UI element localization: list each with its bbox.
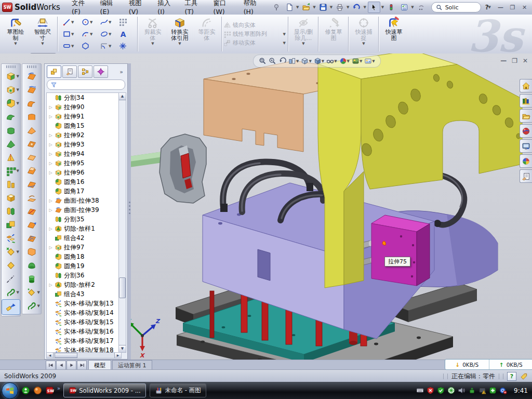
tree-item[interactable]: ▷拉伸96	[47, 168, 121, 177]
tray-antivirus-shield[interactable]	[437, 387, 445, 394]
expander-icon[interactable]: ▷	[48, 105, 53, 110]
tree-item[interactable]: 分割35	[47, 215, 121, 224]
cmd-mirror-entities[interactable]: 镜向实体	[223, 21, 287, 29]
taskpane-appearances[interactable]	[520, 154, 532, 168]
scroll-down-button[interactable]: ▼	[119, 345, 126, 352]
heads-up-view-toolbar[interactable]: ▼▼▼▼▼▼▼	[253, 55, 381, 68]
tree-item[interactable]: 圆角15	[47, 121, 121, 130]
tree-item[interactable]: 分割34	[47, 93, 121, 102]
tree-item[interactable]: 圆角17	[47, 187, 121, 196]
feat-curves[interactable]: ▼	[2, 286, 20, 299]
surf-lofted-surface[interactable]	[23, 110, 41, 124]
surf-ruled-surface[interactable]	[23, 178, 41, 191]
cmd-trim-entities[interactable]: 剪裁实体▼	[139, 15, 166, 54]
scroll-left-button[interactable]: ◀	[47, 353, 54, 358]
tree-item[interactable]: 分割36	[47, 271, 121, 280]
hud-section-view[interactable]: ▼	[288, 57, 299, 65]
cmd-display-delete[interactable]: 显示/删除几...▼	[290, 15, 317, 54]
tree-item[interactable]: ▷曲面-拉伸38	[47, 196, 121, 205]
options-list-button[interactable]	[398, 2, 410, 12]
options-list-dropdown-icon[interactable]: ▼	[411, 5, 414, 9]
hud-hide-show-items[interactable]: ▼	[326, 57, 337, 65]
feat-swept-boss[interactable]	[2, 110, 20, 124]
surf-extruded-surface[interactable]	[23, 70, 41, 83]
expander-icon[interactable]: ▷	[48, 227, 53, 231]
tool-line[interactable]: ▼	[60, 16, 79, 28]
feat-fillet[interactable]: ▼	[2, 97, 20, 110]
tree-item[interactable]: ▷切除-放样1	[47, 224, 121, 233]
tray-usb-device[interactable]	[468, 387, 476, 394]
feat-reference-axis[interactable]	[2, 272, 20, 286]
tree-item[interactable]: 实体-移动/复制15	[47, 317, 121, 327]
panel-tab-propertymanager[interactable]	[62, 65, 77, 78]
tree-filter-input[interactable]	[47, 79, 125, 90]
quick-launch-overflow[interactable]: »	[57, 385, 60, 391]
tree-item[interactable]: ▷切除-放样2	[47, 280, 121, 289]
performance-button[interactable]	[385, 2, 397, 12]
tree-item[interactable]: ▷拉伸94	[47, 149, 121, 158]
surf-revolved-surface[interactable]	[23, 83, 41, 97]
taskpane-design-library[interactable]	[520, 94, 532, 108]
surf-thicken[interactable]	[23, 259, 41, 272]
tree-vertical-scrollbar[interactable]: ▲ ▼	[118, 92, 126, 353]
print-button[interactable]	[334, 2, 345, 12]
panel-tab-configurationmanager[interactable]	[78, 65, 92, 78]
tree-item[interactable]: ▷拉伸90	[47, 102, 121, 112]
panel-splitter[interactable]	[128, 63, 131, 360]
select-pointer-dropdown-icon[interactable]: ▼	[381, 5, 384, 9]
doc-minimize-button[interactable]: —	[500, 57, 507, 64]
convert-entities-dropdown-icon[interactable]: ▼	[178, 42, 181, 46]
hud-apply-scene[interactable]: ▼	[352, 57, 362, 65]
nav-last-button[interactable]	[77, 361, 87, 370]
tree-item[interactable]: ▷拉伸95	[47, 158, 121, 168]
feat-shell[interactable]	[2, 191, 20, 205]
expander-icon[interactable]: ▷	[48, 208, 53, 212]
expander-icon[interactable]: ▷	[48, 170, 53, 175]
start-button[interactable]	[2, 382, 18, 399]
tray-security-alert[interactable]	[427, 387, 434, 394]
tree-item[interactable]: 实体-移动/复制13	[47, 299, 121, 308]
tool-arc[interactable]: ▼	[79, 28, 98, 40]
tray-display-warning[interactable]: !	[478, 387, 486, 394]
taskpane-view-palette[interactable]	[520, 139, 532, 153]
hud-display-style[interactable]: ▼	[314, 57, 324, 65]
save-dropdown-icon[interactable]: ▼	[330, 5, 332, 9]
hud-view-settings[interactable]: ▼	[364, 57, 375, 65]
new-file-dropdown-icon[interactable]: ▼	[296, 5, 299, 9]
more-dots-button[interactable]	[416, 2, 427, 12]
print-dropdown-icon[interactable]: ▼	[347, 5, 349, 9]
tree-item[interactable]: 实体-移动/复制14	[47, 308, 121, 317]
feat-delete-body[interactable]	[2, 259, 20, 272]
feat-extruded-cut[interactable]: ▼	[2, 83, 20, 97]
tag-icon[interactable]	[520, 373, 528, 380]
tool-ellipse[interactable]: ▼	[98, 28, 116, 40]
tool-text[interactable]: A	[116, 28, 135, 40]
help-dropdown-icon[interactable]: ▼	[488, 5, 491, 9]
scroll-up-button[interactable]: ▲	[119, 93, 126, 100]
expander-icon[interactable]: ▷	[48, 245, 53, 250]
tray-health-plus[interactable]	[489, 387, 497, 394]
surf-offset-surface[interactable]	[23, 164, 41, 178]
nav-first-button[interactable]	[46, 361, 56, 370]
quicklaunch-messenger[interactable]	[21, 386, 30, 395]
tree-horizontal-scrollbar[interactable]: ◀ ▶	[46, 352, 122, 358]
expander-icon[interactable]: ▷	[48, 133, 53, 138]
tree-item[interactable]: 圆角18	[47, 252, 121, 261]
cmd-smart-dimension[interactable]: 智能尺寸▼	[29, 15, 56, 54]
scroll-right-button[interactable]: ▶	[114, 353, 121, 358]
expander-icon[interactable]: ▷	[48, 161, 53, 166]
surf-surface-curves[interactable]: ▼	[23, 299, 41, 313]
expander-icon[interactable]: ▷	[48, 152, 53, 156]
taskpane-home[interactable]	[520, 79, 532, 92]
cmd-quick-snap[interactable]: 快速捕捉▼	[350, 15, 377, 54]
quick-tips-button[interactable]: ?	[507, 372, 516, 381]
tree-item[interactable]: 实体-移动/复制16	[47, 327, 121, 336]
tool-point[interactable]	[116, 40, 135, 52]
cmd-sketch[interactable]: 草图绘制▼	[2, 15, 29, 54]
smart-dimension-dropdown-icon[interactable]: ▼	[41, 42, 44, 46]
tray-keyboard[interactable]	[416, 387, 424, 394]
tree-item[interactable]: ▷拉伸91	[47, 112, 121, 121]
tree-item[interactable]: 圆角19	[47, 261, 121, 271]
tree-item[interactable]: 圆角16	[47, 177, 121, 187]
tree-item[interactable]: 实体-移动/复制18	[47, 345, 121, 353]
